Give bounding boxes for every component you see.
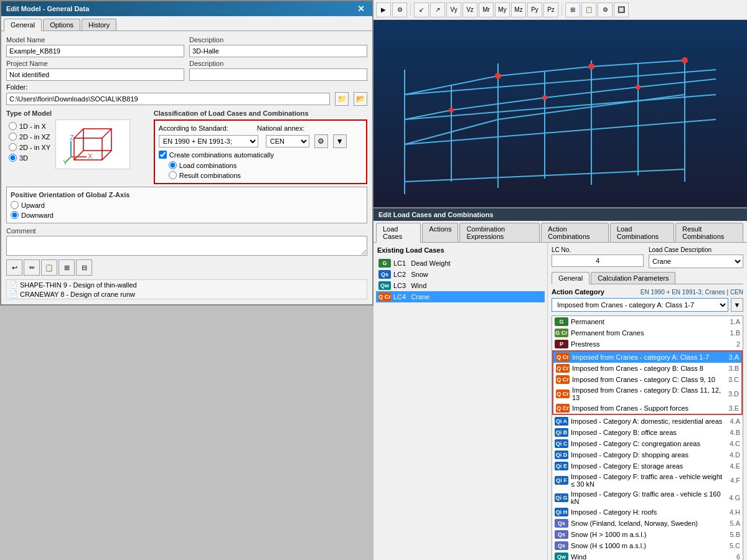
lc-id-1: LC1: [393, 259, 406, 267]
cat-item-permanent[interactable]: G Permanent 1.A: [552, 316, 743, 327]
cat-name-crane-c: Imposed from Cranes - category C: Class …: [572, 376, 715, 383]
cat-item-crane-b[interactable]: Q Cr Imposed from Cranes - category B: C…: [553, 363, 741, 374]
lc-tab-combo-expr[interactable]: Combination Expressions: [459, 223, 540, 242]
lc-item-1[interactable]: G LC1 Dead Weight: [376, 258, 545, 269]
folder-input[interactable]: [6, 93, 330, 105]
tb-btn-8[interactable]: My: [495, 2, 510, 17]
toolbar-btn-3[interactable]: 📋: [41, 259, 57, 276]
cat-num-qi-b: 4.B: [730, 429, 740, 436]
cat-item-qi-c[interactable]: Qi C Imposed - Category C: congregation …: [552, 438, 743, 449]
standard-select[interactable]: EN 1990 + EN 1991-3;: [159, 135, 258, 147]
cat-item-qi-g[interactable]: Qi G Imposed - Category G: traffic area …: [552, 489, 743, 506]
lc-item-3[interactable]: Qw LC3 Wind: [376, 280, 545, 291]
tab-history[interactable]: History: [82, 19, 116, 30]
tb-btn-1[interactable]: ▶: [376, 2, 391, 17]
radio-1d[interactable]: 1D - in X: [9, 122, 50, 130]
radio-3d[interactable]: 3D: [9, 154, 50, 162]
tb-btn-11[interactable]: Pz: [543, 2, 558, 17]
cat-item-prestress[interactable]: P Prestress 2: [552, 338, 743, 350]
cat-item-qi-d[interactable]: Qi D Imposed - Category D: shopping area…: [552, 449, 743, 460]
cat-num-qi-h: 4.H: [730, 508, 740, 516]
toolbar-btn-5[interactable]: ⊟: [76, 259, 92, 276]
tab-general[interactable]: General: [4, 19, 42, 31]
classification-box: According to Standard: National annex: E…: [154, 119, 367, 184]
cat-item-crane-d[interactable]: Q Cr Imposed from Cranes - category D: C…: [553, 385, 741, 403]
lc-tab-load-combo[interactable]: Load Combinations: [610, 223, 674, 242]
lc-no-input[interactable]: [552, 254, 644, 267]
tb-btn-9[interactable]: Mz: [511, 2, 526, 17]
tb-btn-4[interactable]: ↗: [430, 2, 445, 17]
tree-item-1[interactable]: 📄 SHAPE-THIN 9 - Design of thin-walled: [7, 280, 367, 289]
cat-item-perm-cranes[interactable]: G Cr Permanent from Cranes 1.B: [552, 327, 743, 338]
lc-no-box: LC No.: [552, 246, 644, 268]
dialog-title: Edit Model - General Data: [6, 5, 89, 12]
annex-select[interactable]: CEN: [266, 135, 309, 147]
toolbar-btn-2[interactable]: ✏: [24, 259, 40, 276]
project-name-col: Project Name: [6, 60, 184, 81]
lc-tab-actions[interactable]: Actions: [422, 223, 458, 242]
cat-item-crane-c[interactable]: Q Cr Imposed from Cranes - category C: C…: [553, 374, 741, 385]
cat-name-qi-f: Imposed - Category F: traffic area - veh…: [571, 473, 728, 488]
toolbar-btn-4[interactable]: ⊞: [59, 259, 75, 276]
standard-filter-btn[interactable]: ▼: [333, 134, 347, 148]
comment-textarea[interactable]: [6, 236, 367, 256]
tb-btn-7[interactable]: Mr: [479, 2, 494, 17]
tb-btn-13[interactable]: 📋: [581, 2, 596, 17]
downward-radio[interactable]: Downward: [11, 211, 363, 219]
project-desc-input[interactable]: [189, 68, 367, 81]
cat-num-snow-c: 5.C: [730, 542, 740, 549]
result-combo-radio[interactable]: Result combinations: [169, 171, 362, 179]
cat-item-qi-b[interactable]: Qi B Imposed - Category B: office areas …: [552, 427, 743, 438]
model-name-input[interactable]: [6, 45, 184, 57]
cat-item-qi-f[interactable]: Qi F Imposed - Category F: traffic area …: [552, 472, 743, 489]
lc-item-2[interactable]: Qs LC2 Snow: [376, 269, 545, 280]
description-col: Description: [189, 36, 367, 57]
dropdown-arrow[interactable]: ▼: [731, 298, 743, 312]
cat-item-wind[interactable]: Qw Wind 6: [552, 551, 743, 560]
upward-radio[interactable]: Upward: [11, 201, 363, 209]
tb-btn-5[interactable]: Vy: [446, 2, 461, 17]
tab-options[interactable]: Options: [43, 19, 80, 30]
lc-tab-action-combo[interactable]: Action Combinations: [541, 223, 608, 242]
detail-tab-calc[interactable]: Calculation Parameters: [591, 272, 675, 284]
tb-btn-6[interactable]: Vz: [463, 2, 477, 17]
cat-item-qi-e[interactable]: Qi E Imposed - Category E: storage areas…: [552, 460, 743, 472]
cat-item-snow-b[interactable]: Qs Snow (H > 1000 m a.s.l.) 5.B: [552, 529, 743, 540]
create-combo-checkbox[interactable]: [159, 151, 167, 159]
toolbar-btn-1[interactable]: ↩: [6, 259, 22, 276]
model-image: Z X Y: [55, 119, 130, 169]
tb-btn-12[interactable]: ⊞: [565, 2, 580, 17]
tb-btn-15[interactable]: 🔲: [614, 2, 629, 17]
standard-settings-btn[interactable]: ⚙: [314, 134, 328, 148]
cat-name-crane-d: Imposed from Cranes - category D: Class …: [572, 386, 726, 401]
cat-name-qi-b: Imposed - Category B: office areas: [571, 429, 677, 436]
cat-item-crane-a[interactable]: Q Cr Imposed from Cranes - category A: C…: [553, 352, 741, 363]
tb-btn-2[interactable]: ⚙: [392, 2, 407, 17]
tb-btn-14[interactable]: ⚙: [598, 2, 613, 17]
description-input[interactable]: [189, 45, 367, 57]
close-button[interactable]: ✕: [355, 4, 367, 14]
lc-desc-select[interactable]: Crane: [649, 254, 743, 268]
radio-2d-xz[interactable]: 2D - in XZ: [9, 133, 50, 141]
action-cat-select[interactable]: Imposed from Cranes - category A: Class …: [552, 298, 728, 312]
edit-model-dialog: Edit Model - General Data ✕ General Opti…: [0, 0, 374, 306]
cat-item-snow-a[interactable]: Qs Snow (Finland, Iceland, Norway, Swede…: [552, 518, 743, 529]
lc-id-2: LC2: [393, 271, 406, 278]
tree-item-2[interactable]: 📄 CRANEWAY 8 - Design of crane runw: [7, 289, 367, 299]
lc-tab-result-combo[interactable]: Result Combinations: [675, 223, 743, 242]
cat-item-crane-e[interactable]: Q Cr Imposed from Cranes - Support force…: [553, 403, 741, 414]
cat-item-qi-h[interactable]: Qi H Imposed - Category H: roofs 4.H: [552, 506, 743, 518]
cat-item-snow-c[interactable]: Qs Snow (H ≤ 1000 m a.s.l.) 5.C: [552, 540, 743, 551]
lc-item-4[interactable]: Q Cr LC4 Crane: [376, 291, 545, 302]
tb-btn-10[interactable]: Py: [527, 2, 542, 17]
tb-btn-3[interactable]: ↙: [414, 2, 429, 17]
radio-2d-xy[interactable]: 2D - in XY: [9, 143, 50, 151]
load-combo-radio[interactable]: Load combinations: [169, 161, 362, 169]
create-combo-row: Create combinations automatically: [159, 151, 362, 159]
lc-tab-load-cases[interactable]: Load Cases: [376, 223, 421, 243]
detail-tab-general[interactable]: General: [552, 272, 590, 284]
folder-open-btn[interactable]: 📂: [354, 92, 367, 106]
folder-browse-btn[interactable]: 📁: [335, 92, 349, 106]
cat-item-qi-a[interactable]: Qi A Imposed - Category A: domestic, res…: [552, 416, 743, 427]
project-name-input[interactable]: [6, 68, 184, 81]
